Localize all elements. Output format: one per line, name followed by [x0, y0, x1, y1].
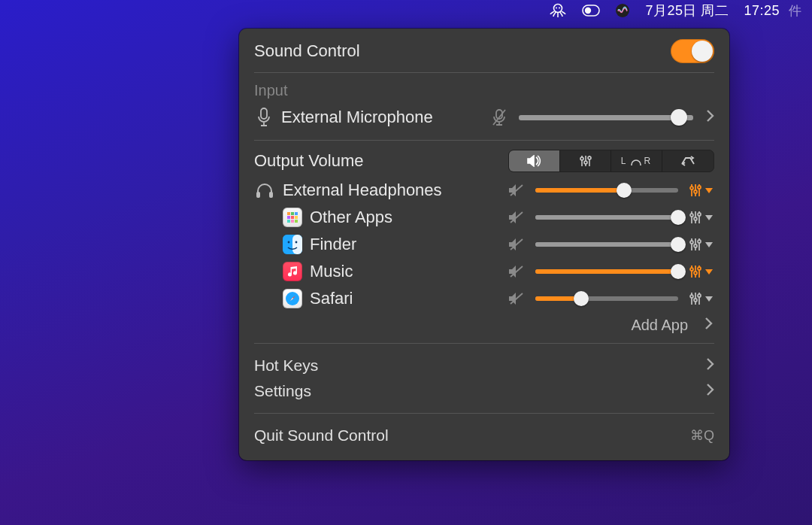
- headphones-icon: [254, 181, 275, 199]
- svg-point-14: [588, 156, 591, 159]
- svg-point-50: [698, 240, 701, 243]
- output-device-slider[interactable]: [535, 188, 678, 193]
- svg-rect-41: [292, 235, 302, 254]
- svg-rect-28: [291, 216, 294, 219]
- output-device-label: External Headphones: [283, 181, 442, 200]
- output-device-caret-icon[interactable]: [704, 187, 714, 194]
- svg-rect-6: [261, 108, 267, 119]
- menubar-watermark: 件: [789, 0, 801, 21]
- output-mode-segmented: L R: [508, 150, 714, 172]
- app-row-safari: Safari: [254, 285, 714, 312]
- app-row-music: Music: [254, 258, 714, 285]
- menubar-time[interactable]: 17:25: [744, 0, 780, 21]
- other-apps-icon: [283, 208, 302, 227]
- svg-point-57: [698, 267, 701, 270]
- hotkeys-chevron-icon: [706, 357, 714, 375]
- output-section-label: Output Volume: [254, 151, 364, 171]
- svg-point-12: [584, 161, 587, 164]
- app-volume-slider-safari[interactable]: [535, 296, 678, 301]
- output-device-row: External Headphones: [254, 177, 714, 204]
- svg-rect-25: [291, 212, 294, 215]
- output-device-eq-icon[interactable]: [687, 183, 704, 198]
- app-caret-icon-safari[interactable]: [704, 295, 714, 302]
- input-volume-slider[interactable]: [519, 115, 693, 120]
- balance-l-label: L: [621, 156, 628, 166]
- svg-point-46: [690, 241, 693, 244]
- svg-point-1: [556, 8, 557, 9]
- sound-control-panel: Sound Control Input External Microphone: [239, 29, 729, 460]
- input-device-label: External Microphone: [281, 108, 433, 127]
- app-eq-icon-safari[interactable]: [687, 291, 704, 306]
- app-eq-icon-finder[interactable]: [687, 237, 704, 252]
- hotkeys-row[interactable]: Hot Keys: [254, 353, 714, 378]
- app-volume-slider-other[interactable]: [535, 215, 678, 220]
- app-mute-icon-other[interactable]: [507, 211, 526, 224]
- menubar-date[interactable]: 7月25日 周二: [645, 0, 729, 21]
- app-label-other: Other Apps: [310, 208, 392, 227]
- output-device-mute-icon[interactable]: [507, 184, 526, 197]
- svg-point-53: [690, 268, 693, 271]
- app-label-music: Music: [310, 262, 353, 281]
- svg-rect-16: [269, 192, 273, 198]
- seg-volume[interactable]: [509, 150, 560, 171]
- svg-point-42: [288, 241, 290, 244]
- add-app-chevron-icon[interactable]: [704, 317, 713, 334]
- input-chevron-icon[interactable]: [705, 108, 714, 126]
- app-eq-icon-music[interactable]: [687, 264, 704, 279]
- svg-rect-31: [291, 220, 294, 223]
- svg-point-39: [698, 213, 701, 216]
- svg-point-21: [694, 190, 697, 193]
- app-caret-icon-music[interactable]: [704, 268, 714, 275]
- svg-point-19: [690, 187, 693, 190]
- app-mute-icon-music[interactable]: [507, 265, 526, 278]
- seg-balance[interactable]: L R: [611, 150, 662, 171]
- svg-point-10: [580, 157, 583, 160]
- svg-point-35: [690, 214, 693, 217]
- svg-point-55: [694, 272, 697, 275]
- app-row-finder: Finder: [254, 231, 714, 258]
- hotkeys-label: Hot Keys: [254, 357, 318, 375]
- svg-point-23: [698, 186, 701, 189]
- app-caret-icon-finder[interactable]: [704, 241, 714, 248]
- seg-eq[interactable]: [560, 150, 611, 171]
- svg-rect-26: [295, 212, 298, 215]
- panel-title: Sound Control: [254, 41, 360, 61]
- svg-point-0: [554, 5, 562, 13]
- app-row-other: Other Apps: [254, 204, 714, 231]
- menu-extra-octopus-icon[interactable]: [549, 0, 567, 21]
- safari-icon: [283, 289, 302, 308]
- svg-point-4: [585, 8, 591, 14]
- settings-chevron-icon: [706, 382, 714, 400]
- svg-point-43: [295, 241, 298, 244]
- app-label-safari: Safari: [310, 289, 353, 308]
- app-volume-slider-music[interactable]: [535, 269, 678, 274]
- svg-point-37: [694, 217, 697, 220]
- app-caret-icon-other[interactable]: [704, 214, 714, 221]
- quit-label: Quit Sound Control: [254, 426, 389, 445]
- menu-bar: 7月25日 周二 17:25 件: [526, 0, 812, 21]
- app-mute-icon-safari[interactable]: [507, 292, 526, 305]
- finder-icon: [283, 235, 302, 254]
- control-center-icon[interactable]: [582, 0, 600, 21]
- app-volume-slider-finder[interactable]: [535, 242, 678, 247]
- siri-icon[interactable]: [615, 0, 630, 21]
- app-mute-icon-finder[interactable]: [507, 238, 526, 251]
- input-device-row: External Microphone: [254, 104, 714, 131]
- quit-row[interactable]: Quit Sound Control ⌘Q: [254, 423, 714, 448]
- app-label-finder: Finder: [310, 235, 356, 254]
- microphone-icon: [254, 108, 274, 127]
- svg-rect-24: [287, 212, 290, 215]
- svg-rect-29: [295, 216, 298, 219]
- svg-point-65: [698, 294, 701, 297]
- svg-rect-15: [256, 192, 260, 198]
- seg-routing[interactable]: [662, 150, 714, 171]
- svg-point-61: [690, 295, 693, 298]
- quit-shortcut: ⌘Q: [690, 427, 714, 444]
- input-mute-icon[interactable]: [490, 108, 508, 126]
- settings-row[interactable]: Settings: [254, 378, 714, 404]
- svg-point-48: [694, 244, 697, 247]
- input-section-label: Input: [254, 82, 714, 99]
- app-eq-icon-other[interactable]: [687, 210, 704, 225]
- add-app-button[interactable]: Add App: [631, 317, 688, 334]
- master-toggle[interactable]: [671, 39, 714, 63]
